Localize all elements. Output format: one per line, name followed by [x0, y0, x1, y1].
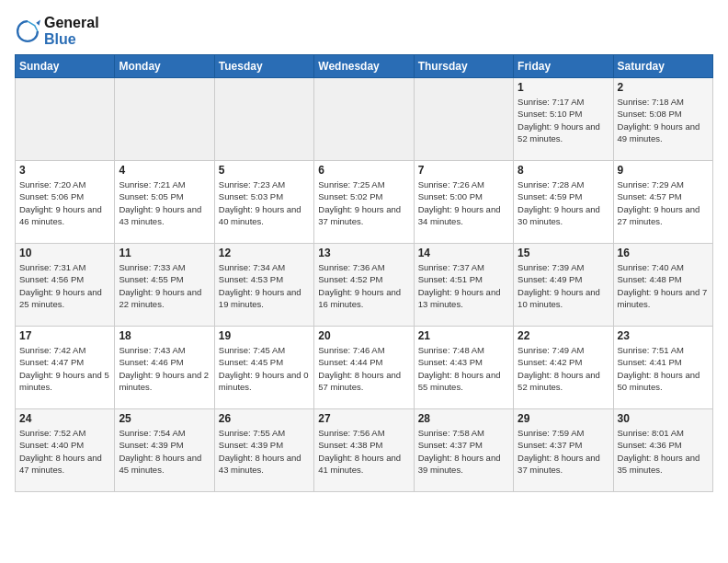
day-number: 26 [219, 412, 310, 425]
calendar-cell: 20Sunrise: 7:46 AM Sunset: 4:44 PM Dayli… [314, 327, 414, 409]
calendar-cell: 23Sunrise: 7:51 AM Sunset: 4:41 PM Dayli… [613, 327, 712, 409]
day-info: Sunrise: 7:40 AM Sunset: 4:48 PM Dayligh… [618, 261, 709, 310]
calendar-cell: 25Sunrise: 7:54 AM Sunset: 4:39 PM Dayli… [115, 409, 214, 492]
day-info: Sunrise: 7:48 AM Sunset: 4:43 PM Dayligh… [418, 344, 509, 393]
calendar-cell: 17Sunrise: 7:42 AM Sunset: 4:47 PM Dayli… [16, 327, 115, 409]
day-info: Sunrise: 8:01 AM Sunset: 4:36 PM Dayligh… [618, 427, 709, 476]
calendar-cell: 30Sunrise: 8:01 AM Sunset: 4:36 PM Dayli… [613, 409, 712, 492]
calendar-cell: 21Sunrise: 7:48 AM Sunset: 4:43 PM Dayli… [414, 327, 513, 409]
day-info: Sunrise: 7:31 AM Sunset: 4:56 PM Dayligh… [19, 261, 110, 310]
calendar-cell: 24Sunrise: 7:52 AM Sunset: 4:40 PM Dayli… [16, 409, 115, 492]
logo-line1: General [44, 15, 99, 31]
day-number: 17 [19, 329, 110, 342]
calendar-table: SundayMondayTuesdayWednesdayThursdayFrid… [15, 54, 713, 492]
calendar-cell: 5Sunrise: 7:23 AM Sunset: 5:03 PM Daylig… [214, 161, 313, 244]
day-info: Sunrise: 7:36 AM Sunset: 4:52 PM Dayligh… [318, 261, 409, 310]
day-number: 1 [518, 81, 609, 94]
calendar-cell: 10Sunrise: 7:31 AM Sunset: 4:56 PM Dayli… [16, 244, 115, 327]
day-number: 15 [518, 247, 609, 259]
day-info: Sunrise: 7:20 AM Sunset: 5:06 PM Dayligh… [19, 178, 110, 227]
calendar-row-0: 1Sunrise: 7:17 AM Sunset: 5:10 PM Daylig… [16, 78, 713, 161]
day-number: 20 [318, 329, 409, 342]
day-number: 2 [618, 81, 709, 94]
calendar-cell: 12Sunrise: 7:34 AM Sunset: 4:53 PM Dayli… [214, 244, 313, 327]
calendar-cell: 8Sunrise: 7:28 AM Sunset: 4:59 PM Daylig… [514, 161, 613, 244]
calendar-cell [414, 78, 513, 161]
calendar-cell: 15Sunrise: 7:39 AM Sunset: 4:49 PM Dayli… [514, 244, 613, 327]
day-info: Sunrise: 7:45 AM Sunset: 4:45 PM Dayligh… [219, 344, 310, 393]
day-info: Sunrise: 7:21 AM Sunset: 5:05 PM Dayligh… [119, 178, 210, 227]
day-info: Sunrise: 7:29 AM Sunset: 4:57 PM Dayligh… [618, 178, 709, 227]
day-number: 7 [418, 164, 509, 177]
weekday-header-row: SundayMondayTuesdayWednesdayThursdayFrid… [16, 55, 713, 78]
day-info: Sunrise: 7:34 AM Sunset: 4:53 PM Dayligh… [219, 261, 310, 310]
calendar-cell: 19Sunrise: 7:45 AM Sunset: 4:45 PM Dayli… [214, 327, 313, 409]
calendar-cell: 1Sunrise: 7:17 AM Sunset: 5:10 PM Daylig… [514, 78, 613, 161]
weekday-header-sunday: Sunday [16, 55, 115, 78]
day-number: 10 [19, 247, 110, 259]
day-number: 14 [418, 247, 509, 259]
day-info: Sunrise: 7:58 AM Sunset: 4:37 PM Dayligh… [418, 427, 509, 476]
day-info: Sunrise: 7:18 AM Sunset: 5:08 PM Dayligh… [618, 96, 709, 144]
day-info: Sunrise: 7:17 AM Sunset: 5:10 PM Dayligh… [518, 96, 609, 144]
calendar-cell: 9Sunrise: 7:29 AM Sunset: 4:57 PM Daylig… [613, 161, 712, 244]
day-number: 18 [119, 329, 210, 342]
day-number: 28 [418, 412, 509, 425]
calendar-cell: 29Sunrise: 7:59 AM Sunset: 4:37 PM Dayli… [514, 409, 613, 492]
day-info: Sunrise: 7:43 AM Sunset: 4:46 PM Dayligh… [119, 344, 210, 393]
logo-icon [15, 18, 40, 44]
day-number: 3 [19, 164, 110, 177]
calendar-cell: 26Sunrise: 7:55 AM Sunset: 4:39 PM Dayli… [214, 409, 313, 492]
day-info: Sunrise: 7:37 AM Sunset: 4:51 PM Dayligh… [418, 261, 509, 310]
logo: General Blue [15, 15, 99, 47]
day-info: Sunrise: 7:52 AM Sunset: 4:40 PM Dayligh… [19, 427, 110, 476]
day-number: 13 [318, 247, 409, 259]
page-header: General Blue [15, 15, 713, 47]
day-number: 29 [518, 412, 609, 425]
logo-line2: Blue [44, 31, 99, 48]
day-info: Sunrise: 7:42 AM Sunset: 4:47 PM Dayligh… [19, 344, 110, 393]
day-info: Sunrise: 7:28 AM Sunset: 4:59 PM Dayligh… [518, 178, 609, 227]
day-number: 16 [618, 247, 709, 259]
day-info: Sunrise: 7:56 AM Sunset: 4:38 PM Dayligh… [318, 427, 409, 476]
calendar-cell: 6Sunrise: 7:25 AM Sunset: 5:02 PM Daylig… [314, 161, 414, 244]
day-info: Sunrise: 7:39 AM Sunset: 4:49 PM Dayligh… [518, 261, 609, 310]
calendar-cell: 7Sunrise: 7:26 AM Sunset: 5:00 PM Daylig… [414, 161, 513, 244]
day-number: 21 [418, 329, 509, 342]
day-number: 22 [518, 329, 609, 342]
calendar-cell: 27Sunrise: 7:56 AM Sunset: 4:38 PM Dayli… [314, 409, 414, 492]
day-number: 11 [119, 247, 210, 259]
weekday-header-friday: Friday [514, 55, 613, 78]
calendar-row-1: 3Sunrise: 7:20 AM Sunset: 5:06 PM Daylig… [16, 161, 713, 244]
day-number: 23 [618, 329, 709, 342]
day-info: Sunrise: 7:23 AM Sunset: 5:03 PM Dayligh… [219, 178, 310, 227]
weekday-header-thursday: Thursday [414, 55, 513, 78]
calendar-cell: 13Sunrise: 7:36 AM Sunset: 4:52 PM Dayli… [314, 244, 414, 327]
day-info: Sunrise: 7:33 AM Sunset: 4:55 PM Dayligh… [119, 261, 210, 310]
day-number: 25 [119, 412, 210, 425]
day-info: Sunrise: 7:55 AM Sunset: 4:39 PM Dayligh… [219, 427, 310, 476]
day-info: Sunrise: 7:51 AM Sunset: 4:41 PM Dayligh… [618, 344, 709, 393]
calendar-cell: 22Sunrise: 7:49 AM Sunset: 4:42 PM Dayli… [514, 327, 613, 409]
calendar-cell: 28Sunrise: 7:58 AM Sunset: 4:37 PM Dayli… [414, 409, 513, 492]
day-number: 6 [318, 164, 409, 177]
weekday-header-wednesday: Wednesday [314, 55, 414, 78]
day-number: 5 [219, 164, 310, 177]
calendar-row-3: 17Sunrise: 7:42 AM Sunset: 4:47 PM Dayli… [16, 327, 713, 409]
calendar-cell: 14Sunrise: 7:37 AM Sunset: 4:51 PM Dayli… [414, 244, 513, 327]
day-number: 9 [618, 164, 709, 177]
calendar-cell: 18Sunrise: 7:43 AM Sunset: 4:46 PM Dayli… [115, 327, 214, 409]
calendar-cell: 11Sunrise: 7:33 AM Sunset: 4:55 PM Dayli… [115, 244, 214, 327]
day-info: Sunrise: 7:46 AM Sunset: 4:44 PM Dayligh… [318, 344, 409, 393]
weekday-header-monday: Monday [115, 55, 214, 78]
day-info: Sunrise: 7:49 AM Sunset: 4:42 PM Dayligh… [518, 344, 609, 393]
calendar-cell: 16Sunrise: 7:40 AM Sunset: 4:48 PM Dayli… [613, 244, 712, 327]
calendar-cell [115, 78, 214, 161]
calendar-cell [16, 78, 115, 161]
day-info: Sunrise: 7:59 AM Sunset: 4:37 PM Dayligh… [518, 427, 609, 476]
day-number: 8 [518, 164, 609, 177]
calendar-cell: 3Sunrise: 7:20 AM Sunset: 5:06 PM Daylig… [16, 161, 115, 244]
calendar-row-2: 10Sunrise: 7:31 AM Sunset: 4:56 PM Dayli… [16, 244, 713, 327]
svg-marker-0 [36, 19, 40, 25]
day-number: 4 [119, 164, 210, 177]
